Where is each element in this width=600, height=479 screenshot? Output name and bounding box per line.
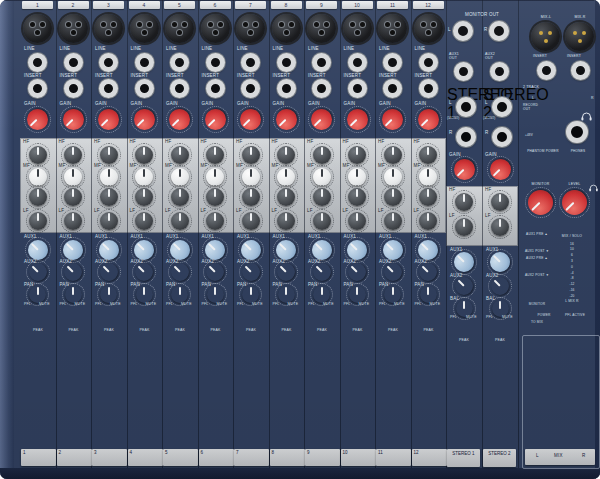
mf-freq-knob[interactable]	[277, 168, 295, 186]
lf-label: LF	[485, 214, 491, 219]
pan-knob[interactable]	[242, 286, 259, 303]
lf-knob[interactable]	[242, 212, 260, 230]
mute-label: MUTE	[39, 303, 50, 307]
stereo-strip-1: AUX1 OUTSTEREO 1L(MONO)RGAINHFLFAUX1AUX2…	[446, 0, 483, 468]
hf-knob[interactable]	[313, 146, 331, 164]
mf-freq-knob[interactable]	[100, 168, 118, 186]
pan-knob[interactable]	[278, 286, 295, 303]
lf-label: LF	[414, 209, 420, 214]
hf-knob[interactable]	[491, 193, 509, 211]
channel-strip-11: 11LINEINSERTGAINHFMFLFAUX1AUX2PANPFLMUTE…	[375, 0, 412, 468]
mf-freq-knob[interactable]	[135, 168, 153, 186]
mf-freq-knob[interactable]	[313, 168, 331, 186]
pan-knob[interactable]	[207, 286, 224, 303]
insert-jack	[312, 79, 331, 98]
line-jack	[206, 53, 225, 72]
mf-freq-knob[interactable]	[29, 168, 47, 186]
mf-gain-knob[interactable]	[242, 188, 260, 206]
channel-strip-7: 7LINEINSERTGAINHFMFLFAUX1AUX2PANPFLMUTEP…	[233, 0, 270, 468]
hf-knob[interactable]	[348, 146, 366, 164]
pan-knob[interactable]	[29, 286, 46, 303]
pan-knob[interactable]	[171, 286, 188, 303]
hf-knob[interactable]	[100, 146, 118, 164]
lf-knob[interactable]	[455, 218, 473, 236]
mf-freq-knob[interactable]	[64, 168, 82, 186]
mf-gain-knob[interactable]	[100, 188, 118, 206]
hf-knob[interactable]	[171, 146, 189, 164]
lf-label: LF	[94, 209, 100, 214]
mix-l-xlr	[531, 22, 560, 51]
master-insert-r-jack	[571, 61, 590, 80]
mf-gain-knob[interactable]	[64, 188, 82, 206]
pan-knob[interactable]	[313, 286, 330, 303]
meter-db-label: -12	[560, 283, 584, 287]
mf-gain-knob[interactable]	[29, 188, 47, 206]
mf-freq-knob[interactable]	[242, 168, 260, 186]
hf-knob[interactable]	[242, 146, 260, 164]
mf-gain-knob[interactable]	[348, 188, 366, 206]
pfl-button[interactable]	[482, 0, 496, 11]
mf-gain-knob[interactable]	[384, 188, 402, 206]
mf-freq-knob[interactable]	[419, 168, 437, 186]
mf-freq-knob[interactable]	[171, 168, 189, 186]
channel-number: 6	[200, 1, 231, 9]
lf-knob[interactable]	[135, 212, 153, 230]
mf-freq-knob[interactable]	[206, 168, 224, 186]
channel-strip-6: 6LINEINSERTGAINHFMFLFAUX1AUX2PANPFLMUTEP…	[198, 0, 235, 468]
channel-bottom-number: 7	[234, 449, 269, 466]
hf-knob[interactable]	[384, 146, 402, 164]
pan-knob[interactable]	[136, 286, 153, 303]
aux-out-jack	[454, 62, 473, 81]
lf-label: LF	[343, 209, 349, 214]
lf-knob[interactable]	[64, 212, 82, 230]
mf-gain-knob[interactable]	[206, 188, 224, 206]
peak-label: PEAK	[64, 329, 84, 333]
lf-knob[interactable]	[29, 212, 47, 230]
channel-strip-10: 10LINEINSERTGAINHFMFLFAUX1AUX2PANPFLMUTE…	[340, 0, 377, 468]
channel-number: 10	[342, 1, 373, 9]
two-track-l: L	[532, 97, 534, 101]
lf-knob[interactable]	[171, 212, 189, 230]
line-jack	[99, 53, 118, 72]
pan-knob[interactable]	[384, 286, 401, 303]
mf-gain-knob[interactable]	[277, 188, 295, 206]
hf-knob[interactable]	[455, 193, 473, 211]
peak-label: PEAK	[28, 329, 48, 333]
power-label: POWER	[530, 314, 558, 318]
mf-gain-knob[interactable]	[171, 188, 189, 206]
line-jack	[348, 53, 367, 72]
lf-knob[interactable]	[419, 212, 437, 230]
hf-knob[interactable]	[206, 146, 224, 164]
lf-knob[interactable]	[313, 212, 331, 230]
line-label: LINE	[131, 47, 142, 52]
line-label: LINE	[344, 47, 355, 52]
meter-db-label: 3	[560, 260, 584, 264]
hf-knob[interactable]	[29, 146, 47, 164]
lf-knob[interactable]	[491, 218, 509, 236]
pan-knob[interactable]	[65, 286, 82, 303]
gain-label: GAIN	[95, 102, 107, 107]
lf-knob[interactable]	[348, 212, 366, 230]
lf-knob[interactable]	[100, 212, 118, 230]
line-label: LINE	[273, 47, 284, 52]
pfl-button[interactable]	[446, 0, 460, 11]
line-label: LINE	[24, 47, 35, 52]
mf-freq-knob[interactable]	[348, 168, 366, 186]
mf-gain-knob[interactable]	[313, 188, 331, 206]
lf-knob[interactable]	[206, 212, 224, 230]
hf-knob[interactable]	[277, 146, 295, 164]
lf-knob[interactable]	[384, 212, 402, 230]
hf-knob[interactable]	[135, 146, 153, 164]
r-input-label: R	[449, 131, 452, 136]
pan-knob[interactable]	[100, 286, 117, 303]
mf-freq-knob[interactable]	[384, 168, 402, 186]
pan-knob[interactable]	[420, 286, 437, 303]
pan-knob[interactable]	[349, 286, 366, 303]
hf-knob[interactable]	[419, 146, 437, 164]
hf-knob[interactable]	[64, 146, 82, 164]
lf-knob[interactable]	[277, 212, 295, 230]
mute-label: MUTE	[466, 316, 477, 320]
mf-gain-knob[interactable]	[135, 188, 153, 206]
mf-gain-knob[interactable]	[419, 188, 437, 206]
pfl-label: PFL	[166, 303, 173, 307]
